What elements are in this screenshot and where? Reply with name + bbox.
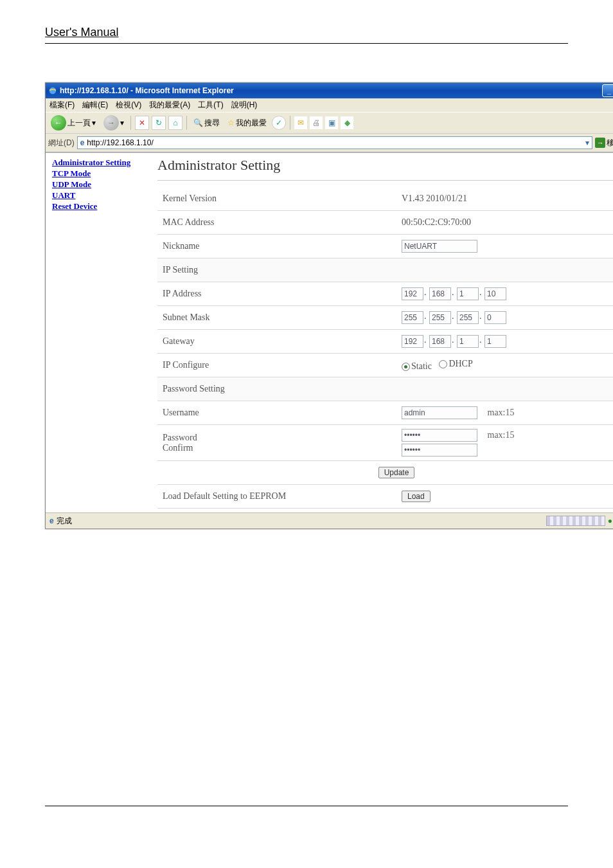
menu-favorites[interactable]: 我的最愛(A) xyxy=(149,100,190,111)
ip-address-label: IP Address xyxy=(157,282,396,306)
sidebar-nav: Administrator Setting TCP Mode UDP Mode … xyxy=(46,153,154,512)
username-maxnote: max:15 xyxy=(488,408,515,417)
mask-octet-2[interactable] xyxy=(429,311,451,324)
radio-static[interactable]: Static xyxy=(402,361,432,372)
mac-label: MAC Address xyxy=(157,211,396,235)
row-nickname: Nickname xyxy=(157,235,613,258)
go-button[interactable]: → 移至 xyxy=(595,138,613,149)
address-label: 網址(D) xyxy=(48,138,75,149)
row-gateway: Gateway . . . xyxy=(157,330,613,354)
status-bar: e 完成 ● 網際網路 xyxy=(46,512,613,529)
search-icon: 🔍 xyxy=(193,118,203,127)
home-button[interactable]: ⌂ xyxy=(168,116,182,130)
nickname-input[interactable] xyxy=(402,240,477,253)
history-button[interactable]: ✓ xyxy=(272,116,286,130)
search-label: 搜尋 xyxy=(204,118,220,129)
subnet-label: Subnet Mask xyxy=(157,306,396,330)
update-button[interactable]: Update xyxy=(378,467,415,478)
favorites-label: 我的最愛 xyxy=(236,118,267,129)
ip-octet-3[interactable] xyxy=(457,287,479,300)
window-minimize-button[interactable]: _ xyxy=(602,84,613,97)
sidebar-item-udp[interactable]: UDP Mode xyxy=(52,179,154,190)
radio-dhcp[interactable]: DHCP xyxy=(439,359,472,369)
menu-bar: 檔案(F) 編輯(E) 檢視(V) 我的最愛(A) 工具(T) 說明(H) xyxy=(46,98,613,112)
tool-bar: ← 上一頁 ▾ → ▾ ✕ ↻ ⌂ 🔍 搜尋 ☆ 我的最愛 ✓ ✉ 🖨 ▣ ◆ xyxy=(46,112,613,134)
mask-octet-3[interactable] xyxy=(457,311,479,324)
menu-help[interactable]: 說明(H) xyxy=(231,100,258,111)
document-footer-rule xyxy=(45,806,568,813)
sidebar-item-admin[interactable]: Administrator Setting xyxy=(52,158,154,168)
forward-button[interactable]: → ▾ xyxy=(101,114,127,132)
radio-static-dot xyxy=(402,363,410,371)
confirm-label-text: Confirm xyxy=(163,443,391,453)
username-label: Username xyxy=(157,401,396,425)
nickname-label: Nickname xyxy=(157,235,396,258)
sidebar-item-tcp[interactable]: TCP Mode xyxy=(52,168,154,179)
go-label: 移至 xyxy=(607,138,613,149)
ip-octet-1[interactable] xyxy=(402,287,423,300)
gw-octet-3[interactable] xyxy=(457,335,479,348)
password-label: Password Confirm xyxy=(157,425,396,461)
search-button[interactable]: 🔍 搜尋 xyxy=(191,116,222,130)
window-title: http://192.168.1.10/ - Microsoft Interne… xyxy=(60,86,234,95)
password-label-text: Password xyxy=(163,433,391,443)
password-maxnote: max:15 xyxy=(488,430,515,440)
internet-zone-icon: ● xyxy=(608,516,612,525)
menu-edit[interactable]: 編輯(E) xyxy=(82,100,108,111)
kernel-version-value: V1.43 2010/01/21 xyxy=(396,187,613,211)
menu-file[interactable]: 檔案(F) xyxy=(49,100,75,111)
gw-octet-2[interactable] xyxy=(429,335,451,348)
row-kernel-version: Kernel Version V1.43 2010/01/21 xyxy=(157,187,613,211)
mac-value: 00:50:C2:C9:70:00 xyxy=(396,211,613,235)
gw-octet-4[interactable] xyxy=(484,335,506,348)
refresh-button[interactable]: ↻ xyxy=(152,116,166,130)
forward-icon: → xyxy=(103,115,119,131)
title-divider xyxy=(157,180,613,181)
address-bar: 網址(D) e http://192.168.1.10/ ▾ → 移至 連結 » xyxy=(46,134,613,152)
edit-button[interactable]: ▣ xyxy=(325,116,338,129)
menu-tools[interactable]: 工具(T) xyxy=(198,100,223,111)
discuss-button[interactable]: ◆ xyxy=(341,116,353,129)
go-icon: → xyxy=(595,138,605,148)
row-ip-configure: IP Configure Static DHCP xyxy=(157,354,613,377)
document-header: User's Manual xyxy=(45,0,568,44)
page-title: Administrator Setting xyxy=(157,157,613,174)
settings-table: Kernel Version V1.43 2010/01/21 MAC Addr… xyxy=(157,187,613,509)
status-done: 完成 xyxy=(57,516,72,527)
row-username: Username max:15 xyxy=(157,401,613,425)
status-page-icon: e xyxy=(49,516,54,525)
status-grip xyxy=(546,516,605,526)
password-input[interactable] xyxy=(402,429,477,442)
ip-octet-4[interactable] xyxy=(484,287,506,300)
radio-dhcp-dot xyxy=(439,360,447,368)
ie-window: http://192.168.1.10/ - Microsoft Interne… xyxy=(45,82,613,529)
row-ip-address: IP Address . . . xyxy=(157,282,613,306)
confirm-input[interactable] xyxy=(402,444,477,457)
stop-button[interactable]: ✕ xyxy=(135,116,149,130)
address-input[interactable]: e http://192.168.1.10/ ▾ xyxy=(77,136,593,149)
kernel-version-label: Kernel Version xyxy=(157,187,396,211)
gw-octet-1[interactable] xyxy=(402,335,423,348)
back-button[interactable]: ← 上一頁 ▾ xyxy=(48,114,98,132)
menu-view[interactable]: 檢視(V) xyxy=(116,100,141,111)
ie-logo-icon xyxy=(48,86,57,95)
main-panel: Administrator Setting Kernel Version V1.… xyxy=(154,153,613,512)
row-update: Update xyxy=(157,461,613,485)
back-icon: ← xyxy=(51,115,66,131)
mask-octet-1[interactable] xyxy=(402,311,423,324)
back-label: 上一頁 xyxy=(67,118,91,129)
mail-button[interactable]: ✉ xyxy=(294,116,307,129)
row-password: Password Confirm max:15 xyxy=(157,425,613,461)
username-input[interactable] xyxy=(402,406,477,419)
sidebar-item-reset[interactable]: Reset Device xyxy=(52,201,154,212)
favorites-button[interactable]: ☆ 我的最愛 xyxy=(225,116,269,130)
sidebar-item-uart[interactable]: UART xyxy=(52,190,154,201)
mask-octet-4[interactable] xyxy=(484,311,506,324)
ip-octet-2[interactable] xyxy=(429,287,451,300)
forward-dropdown-icon[interactable]: ▾ xyxy=(120,118,124,127)
load-button[interactable]: Load xyxy=(402,491,431,502)
address-dropdown-icon[interactable]: ▾ xyxy=(585,138,589,147)
back-dropdown-icon[interactable]: ▾ xyxy=(92,118,96,127)
print-button[interactable]: 🖨 xyxy=(310,116,323,129)
row-password-setting-header: Password Setting xyxy=(157,377,613,401)
